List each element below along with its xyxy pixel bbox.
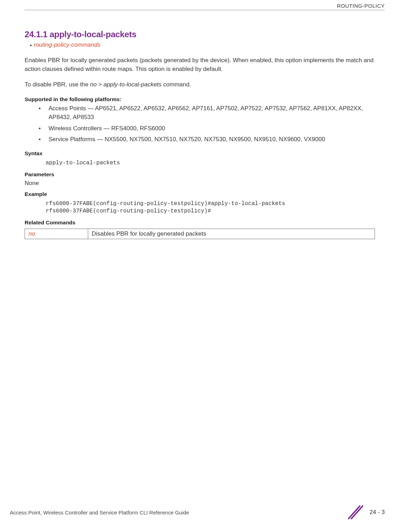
- parameters-heading: Parameters: [25, 171, 375, 178]
- page-content: 24.1.1 apply-to-local-packets ▸ routing-…: [25, 29, 375, 239]
- breadcrumb-link[interactable]: routing-policy-commands: [34, 41, 100, 48]
- parameters-value: None: [25, 180, 375, 187]
- table-row: no Disables PBR for locally generated pa…: [25, 229, 375, 239]
- disable-command-text: no > apply-to-local-packets: [90, 81, 162, 88]
- header-rule: [25, 10, 385, 10]
- platforms-list: Access Points — AP6521, AP6522, AP6532, …: [39, 104, 375, 144]
- footer-guide-title: Access Point, Wireless Controller and Se…: [10, 510, 189, 515]
- list-item: Access Points — AP6521, AP6522, AP6532, …: [39, 104, 375, 122]
- example-code: rfs6000-37FABE(config-routing-policy-tes…: [46, 200, 375, 215]
- syntax-heading: Syntax: [25, 150, 375, 157]
- svg-line-1: [351, 506, 363, 519]
- page-number: 24 - 3: [370, 509, 385, 516]
- related-desc-cell: Disables PBR for locally generated packe…: [88, 229, 375, 239]
- platforms-heading: Supported in the following platforms:: [25, 96, 375, 103]
- disable-prefix: To disable PBR, use the: [25, 81, 90, 88]
- syntax-code: apply-to-local-packets: [46, 159, 375, 167]
- disable-paragraph: To disable PBR, use the no > apply-to-lo…: [25, 80, 375, 89]
- related-cmd-cell[interactable]: no: [25, 229, 88, 239]
- page-footer: Access Point, Wireless Controller and Se…: [10, 504, 385, 521]
- section-title: 24.1.1 apply-to-local-packets: [25, 29, 375, 39]
- brand-logo-icon: [346, 504, 363, 521]
- related-commands-table: no Disables PBR for locally generated pa…: [25, 229, 375, 239]
- intro-paragraph: Enables PBR for locally generated packet…: [25, 56, 375, 73]
- list-item: Service Platforms — NX5500, NX7500, NX75…: [39, 135, 375, 144]
- disable-suffix: command.: [162, 81, 191, 88]
- svg-line-0: [349, 506, 360, 519]
- header-category: ROUTING-POLICY: [337, 3, 385, 9]
- list-item: Wireless Controllers — RFS4000, RFS6000: [39, 124, 375, 133]
- triangle-right-icon: ▸: [30, 43, 32, 47]
- related-heading: Related Commands: [25, 219, 375, 226]
- breadcrumb: ▸ routing-policy-commands: [30, 41, 375, 48]
- example-heading: Example: [25, 191, 375, 197]
- footer-right-group: 24 - 3: [346, 504, 385, 521]
